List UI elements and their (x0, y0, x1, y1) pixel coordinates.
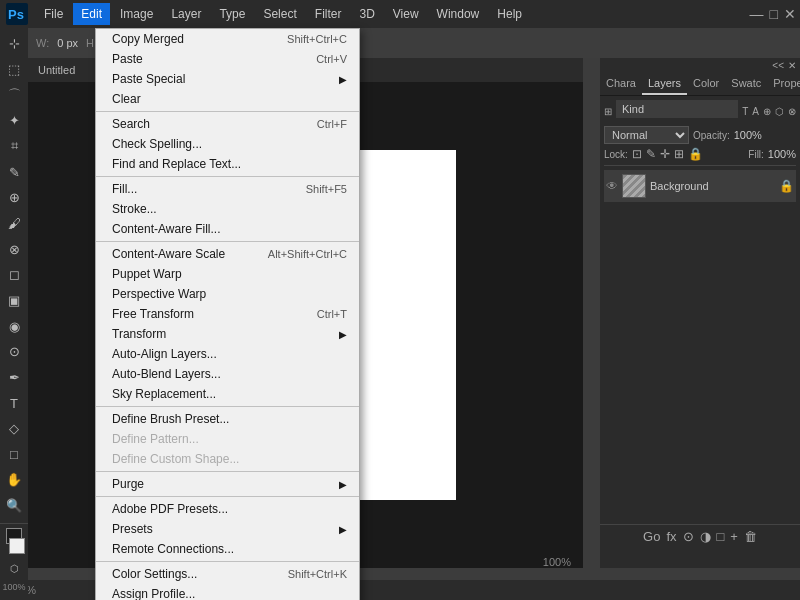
menu-item-paste[interactable]: Paste Ctrl+V (96, 49, 359, 69)
toolbar-width-label: W: (36, 37, 49, 49)
edit-dropdown-menu: Copy Merged Shift+Ctrl+C Paste Ctrl+V Pa… (95, 28, 360, 600)
menu-layer[interactable]: Layer (163, 3, 209, 25)
menu-item-color-settings[interactable]: Color Settings... Shift+Ctrl+K (96, 564, 359, 584)
right-panels: << ✕ Chara Layers Color Swatc Prope ⊞ T … (600, 58, 800, 568)
text-tool[interactable]: T (2, 391, 26, 415)
tab-swatches[interactable]: Swatc (725, 73, 767, 95)
maximize-button[interactable]: □ (770, 6, 778, 22)
opacity-value: 100% (734, 129, 762, 141)
fill-value: 100% (768, 148, 796, 160)
menu-item-clear[interactable]: Clear (96, 89, 359, 109)
layer-item-background[interactable]: 👁 Background 🔒 (604, 170, 796, 202)
menu-item-define-shape: Define Custom Shape... (96, 449, 359, 469)
layer-visibility-icon[interactable]: 👁 (606, 179, 618, 193)
canvas-zoom: 100% (543, 556, 571, 568)
menu-help[interactable]: Help (489, 3, 530, 25)
menu-view[interactable]: View (385, 3, 427, 25)
menu-item-paste-special[interactable]: Paste Special (96, 69, 359, 89)
tab-color[interactable]: Color (687, 73, 725, 95)
tab-layers[interactable]: Layers (642, 73, 687, 95)
eraser-tool[interactable]: ◻ (2, 263, 26, 287)
menu-edit[interactable]: Edit (73, 3, 110, 25)
panel-expand-icon[interactable]: << (772, 60, 784, 71)
hand-tool[interactable]: ✋ (2, 468, 26, 492)
lock-label: Lock: (604, 149, 628, 160)
shape-tool[interactable]: □ (2, 443, 26, 467)
menu-item-auto-blend[interactable]: Auto-Blend Layers... (96, 364, 359, 384)
menu-3d[interactable]: 3D (351, 3, 382, 25)
tab-properties[interactable]: Prope (767, 73, 800, 95)
healing-tool[interactable]: ⊕ (2, 186, 26, 210)
magic-wand-tool[interactable]: ✦ (2, 109, 26, 133)
canvas-title: Untitled (38, 64, 75, 76)
menu-item-remote-connections[interactable]: Remote Connections... (96, 539, 359, 559)
lock-transparent-icon[interactable]: ⊡ (632, 147, 642, 161)
blur-tool[interactable]: ◉ (2, 314, 26, 338)
layer-link-icon[interactable]: Go (643, 529, 660, 544)
menu-item-auto-align[interactable]: Auto-Align Layers... (96, 344, 359, 364)
menu-item-define-brush[interactable]: Define Brush Preset... (96, 409, 359, 429)
selection-tool[interactable]: ⬚ (2, 58, 26, 82)
crop-tool[interactable]: ⌗ (2, 135, 26, 159)
panel-close-icon[interactable]: ✕ (788, 60, 796, 71)
sep-2 (96, 176, 359, 177)
menu-image[interactable]: Image (112, 3, 161, 25)
background-color[interactable] (9, 538, 25, 554)
close-button[interactable]: ✕ (784, 6, 796, 22)
zoom-percent: 100% (2, 582, 25, 600)
brush-tool[interactable]: 🖌 (2, 212, 26, 236)
zoom-tool[interactable]: 🔍 (2, 494, 26, 518)
sep-5 (96, 471, 359, 472)
menu-item-perspective-warp[interactable]: Perspective Warp (96, 284, 359, 304)
menu-item-pdf-presets[interactable]: Adobe PDF Presets... (96, 499, 359, 519)
menu-item-assign-profile[interactable]: Assign Profile... (96, 584, 359, 600)
menu-item-fill[interactable]: Fill... Shift+F5 (96, 179, 359, 199)
menu-item-check-spelling[interactable]: Check Spelling... (96, 134, 359, 154)
clone-tool[interactable]: ⊗ (2, 237, 26, 261)
lock-position-icon[interactable]: ✛ (660, 147, 670, 161)
menu-item-transform[interactable]: Transform (96, 324, 359, 344)
menu-item-purge[interactable]: Purge (96, 474, 359, 494)
quick-mask-button[interactable]: ⬡ (2, 556, 26, 580)
lock-image-icon[interactable]: ✎ (646, 147, 656, 161)
layer-new-icon[interactable]: + (730, 529, 738, 544)
pen-tool[interactable]: ✒ (2, 366, 26, 390)
sep-6 (96, 496, 359, 497)
gradient-tool[interactable]: ▣ (2, 289, 26, 313)
menu-item-find-replace[interactable]: Find and Replace Text... (96, 154, 359, 174)
menu-item-content-aware-fill[interactable]: Content-Aware Fill... (96, 219, 359, 239)
menu-item-copy-merged[interactable]: Copy Merged Shift+Ctrl+C (96, 29, 359, 49)
layer-group-icon[interactable]: □ (717, 529, 725, 544)
menu-select[interactable]: Select (255, 3, 304, 25)
eyedropper-tool[interactable]: ✎ (2, 160, 26, 184)
menu-type[interactable]: Type (211, 3, 253, 25)
tab-chara[interactable]: Chara (600, 73, 642, 95)
layer-adjustment-icon[interactable]: ◑ (700, 529, 711, 544)
blend-mode-select[interactable]: Normal (604, 126, 689, 144)
panel-tabs: Chara Layers Color Swatc Prope (600, 73, 800, 96)
ps-logo: Ps (4, 1, 30, 27)
menu-item-free-transform[interactable]: Free Transform Ctrl+T (96, 304, 359, 324)
menu-item-content-aware-scale[interactable]: Content-Aware Scale Alt+Shift+Ctrl+C (96, 244, 359, 264)
minimize-button[interactable]: — (750, 6, 764, 22)
menu-item-sky-replacement[interactable]: Sky Replacement... (96, 384, 359, 404)
move-tool[interactable]: ⊹ (2, 32, 26, 56)
lock-all-icon[interactable]: 🔒 (688, 147, 703, 161)
menu-item-puppet-warp[interactable]: Puppet Warp (96, 264, 359, 284)
menu-file[interactable]: File (36, 3, 71, 25)
menu-item-presets[interactable]: Presets (96, 519, 359, 539)
menu-filter[interactable]: Filter (307, 3, 350, 25)
layer-mask-icon[interactable]: ⊙ (683, 529, 694, 544)
layers-search-input[interactable] (616, 100, 738, 118)
layer-delete-icon[interactable]: 🗑 (744, 529, 757, 544)
menu-item-stroke[interactable]: Stroke... (96, 199, 359, 219)
lasso-tool[interactable]: ⌒ (2, 83, 26, 107)
menu-item-search[interactable]: Search Ctrl+F (96, 114, 359, 134)
lock-artboard-icon[interactable]: ⊞ (674, 147, 684, 161)
svg-text:Ps: Ps (8, 7, 24, 22)
layer-fx-icon[interactable]: fx (666, 529, 676, 544)
dodge-tool[interactable]: ⊙ (2, 340, 26, 364)
menu-window[interactable]: Window (429, 3, 488, 25)
toolbar-width-value: 0 px (57, 37, 78, 49)
path-tool[interactable]: ◇ (2, 417, 26, 441)
